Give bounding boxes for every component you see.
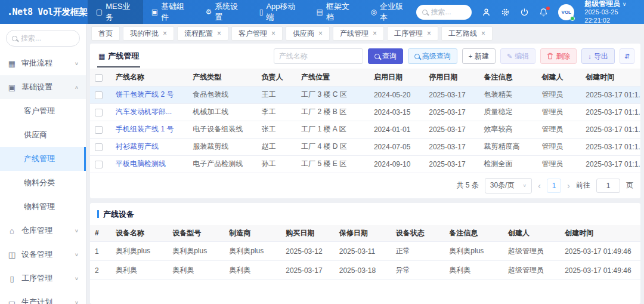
sidebar-item[interactable]: ▭ 生产计划 ∨ — [0, 290, 86, 304]
tab[interactable]: 流程配置 × — [177, 26, 228, 41]
row-checkbox[interactable] — [95, 109, 103, 116]
column-header[interactable]: 备注信息 — [479, 69, 537, 86]
table-row[interactable]: 1 奥利奥plus 奥利奥plus 奥利奥plus 2025-03-12 202… — [90, 242, 640, 261]
column-header[interactable]: 保修日期 — [335, 225, 391, 242]
close-icon[interactable]: × — [427, 29, 431, 38]
row-checkbox[interactable] — [95, 91, 103, 99]
nav-item-icon: ▢ — [96, 8, 103, 16]
table-row[interactable]: 衬衫裁剪产线 服装裁剪线 赵工 工厂 4 楼 D 区 2024-07-05 20… — [90, 138, 640, 155]
cell-warranty-date: 2025-03-11 — [335, 242, 391, 261]
delete-button[interactable]: 删除 — [540, 48, 577, 64]
nav-item[interactable]: ▯ App移动端 — [251, 0, 308, 24]
page-number[interactable]: 1 — [547, 179, 561, 193]
nav-item[interactable]: ▣ 基础组件 — [143, 0, 197, 24]
line-name-link[interactable]: 手机组装产线 1 号 — [116, 125, 174, 133]
sidebar-item[interactable]: 物料管理 — [0, 195, 86, 219]
column-header[interactable]: 停用日期 — [424, 69, 479, 86]
row-checkbox[interactable] — [95, 126, 103, 134]
sidebar-item[interactable]: ▯ 工序管理 ∨ — [0, 266, 86, 290]
table-row[interactable]: 平板电脑检测线 电子产品检测线 孙工 工厂 5 楼 E 区 2024-09-10… — [90, 155, 640, 173]
query-button[interactable]: 查询 — [368, 48, 403, 64]
nav-item[interactable]: ⚙ 系统设置 — [197, 0, 250, 24]
line-name-input[interactable] — [274, 48, 363, 64]
edit-button[interactable]: ✎编辑 — [500, 48, 535, 64]
tab[interactable]: 我的审批 × — [123, 26, 174, 41]
close-icon[interactable]: × — [271, 29, 275, 38]
global-search-input[interactable] — [431, 8, 466, 16]
column-header[interactable]: 设备型号 — [168, 225, 224, 242]
sidebar-item[interactable]: 供应商 — [0, 123, 86, 147]
sidebar-search-input[interactable] — [21, 34, 74, 42]
user-menu[interactable]: 超级管理员 ∨ 2025-03-25 22:21:02 — [584, 0, 638, 24]
user-icon[interactable] — [482, 8, 491, 17]
cell-start-date: 2024-07-05 — [369, 138, 424, 155]
table-row[interactable]: 2 奥利奥 奥利奥 奥利奥 2025-03-17 2025-03-18 异常 奥… — [90, 261, 640, 280]
column-header[interactable]: 产线名称 — [111, 69, 188, 86]
gear-icon[interactable] — [501, 8, 510, 17]
close-icon[interactable]: × — [217, 29, 221, 38]
line-name-link[interactable]: 饼干包装产线 2 号 — [116, 90, 174, 99]
cell-stop-date: 2025-03-17 — [424, 155, 479, 173]
tab[interactable]: 供应商 × — [286, 26, 330, 41]
column-header[interactable]: 负责人 — [257, 69, 296, 86]
column-header[interactable]: 设备名称 — [111, 225, 168, 242]
nav-item[interactable]: ▢ MES业务 — [88, 0, 143, 24]
avatar[interactable]: VOL — [558, 4, 574, 20]
sidebar-item[interactable]: 客户管理 — [0, 99, 86, 123]
row-checkbox[interactable] — [95, 161, 103, 168]
close-icon[interactable]: × — [163, 29, 167, 38]
line-name-link[interactable]: 衬衫裁剪产线 — [116, 142, 159, 151]
column-header[interactable]: 创建时间 — [581, 69, 640, 86]
line-name-link[interactable]: 平板电脑检测线 — [116, 159, 166, 168]
tab[interactable]: 工艺路线 × — [441, 26, 493, 41]
column-header[interactable]: # — [90, 225, 111, 242]
tab[interactable]: 产线管理 × — [333, 26, 384, 41]
goto-page-input[interactable] — [596, 179, 620, 193]
cell-creator: 超级管理员 — [503, 261, 560, 280]
sidebar-item[interactable]: 产线管理 — [0, 147, 86, 171]
nav-item[interactable]: ▤ 框架文档 — [308, 0, 363, 24]
close-icon[interactable]: × — [373, 29, 377, 38]
close-icon[interactable]: × — [481, 29, 485, 38]
column-header[interactable]: 创建人 — [537, 69, 581, 86]
search-icon — [422, 10, 428, 15]
tab[interactable]: 工序管理 × — [387, 26, 438, 41]
cell-status: 异常 — [391, 261, 445, 280]
close-icon[interactable]: × — [318, 29, 323, 38]
export-button[interactable]: ↓导出 — [581, 48, 615, 64]
sidebar-item[interactable]: 物料分类 — [0, 171, 86, 195]
advanced-query-button[interactable]: 高级查询 — [408, 48, 457, 64]
column-header[interactable]: 产线类型 — [188, 69, 256, 86]
next-page-button[interactable]: › — [567, 180, 570, 191]
column-header[interactable]: 制造商 — [224, 225, 281, 242]
sidebar-item[interactable]: ▦ 审批流程 ∨ — [0, 51, 86, 75]
prev-page-button[interactable]: ‹ — [538, 180, 541, 191]
search-icon — [12, 36, 17, 41]
sidebar-item[interactable]: ▣ 基础设置 ∧ — [0, 75, 86, 99]
power-icon[interactable] — [520, 8, 529, 17]
table-row[interactable]: 汽车发动机零部... 机械加工线 李工 工厂 2 楼 B 区 2024-03-1… — [90, 103, 640, 121]
tab[interactable]: 首页 — [91, 26, 120, 41]
column-header[interactable]: 创建时间 — [560, 225, 640, 242]
column-header[interactable]: 备注信息 — [444, 225, 503, 242]
sidebar-item[interactable]: ⌂ 仓库管理 ∨ — [0, 219, 86, 242]
column-header[interactable]: 设备状态 — [391, 225, 445, 242]
create-button[interactable]: +新建 — [462, 48, 496, 64]
table-row[interactable]: 手机组装产线 1 号 电子设备组装线 张工 工厂 1 楼 A 区 2024-01… — [90, 121, 640, 138]
line-name-link[interactable]: 汽车发动机零部... — [116, 108, 172, 116]
page-size-select[interactable]: 30条/页 ∨ — [485, 178, 532, 194]
nav-item[interactable]: ◎ 企业版本 — [362, 0, 416, 24]
global-search[interactable] — [416, 5, 472, 20]
bell-icon[interactable] — [539, 8, 548, 17]
sidebar-item[interactable]: ◫ 设备管理 ∨ — [0, 242, 86, 266]
column-header[interactable]: 产线位置 — [296, 69, 369, 86]
table-row[interactable]: 饼干包装产线 2 号 食品包装线 王工 工厂 3 楼 C 区 2024-05-2… — [90, 86, 640, 103]
column-header[interactable]: 创建人 — [503, 225, 560, 242]
tab[interactable]: 客户管理 × — [231, 26, 283, 41]
column-header[interactable]: 购买日期 — [281, 225, 335, 242]
sidebar-search[interactable] — [6, 30, 80, 47]
select-all-checkbox[interactable] — [95, 74, 103, 82]
column-header[interactable]: 启用日期 — [369, 69, 424, 86]
sort-button[interactable]: ⇵ — [620, 48, 634, 64]
row-checkbox[interactable] — [95, 143, 103, 151]
